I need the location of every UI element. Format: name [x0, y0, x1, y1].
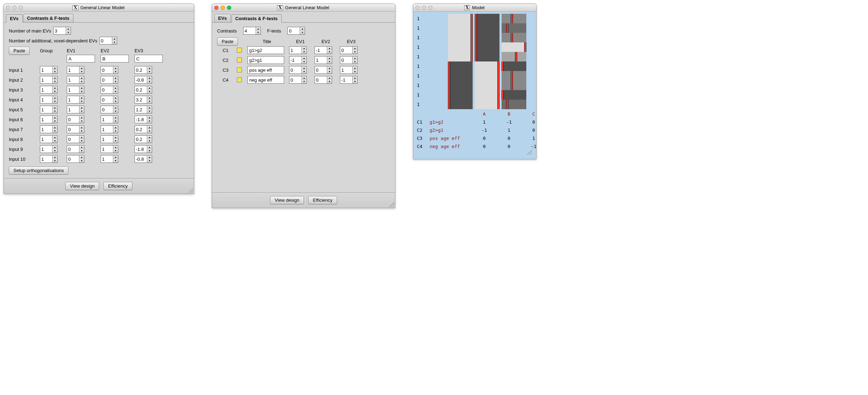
group-spin-6[interactable]: ▲▼ [40, 125, 58, 133]
ftests-count-input[interactable] [288, 27, 300, 34]
spin-down-icon[interactable]: ▼ [147, 129, 152, 133]
c0-ev3-input[interactable] [340, 47, 352, 54]
c3-ev1-input[interactable] [289, 76, 301, 83]
spin-down-icon[interactable]: ▼ [302, 50, 306, 54]
ev1-spin-9[interactable]: ▲▼ [67, 155, 84, 163]
resize-grip-icon[interactable] [188, 188, 193, 193]
spin-down-icon[interactable]: ▼ [53, 129, 57, 133]
ev1-spin-1-input[interactable] [67, 76, 79, 83]
spin-down-icon[interactable]: ▼ [113, 149, 118, 153]
spin-up-icon[interactable]: ▲ [53, 126, 57, 129]
ev3-spin-6-input[interactable] [135, 126, 147, 133]
ev3-spin-3-input[interactable] [135, 96, 147, 103]
c1-ev3-input[interactable] [340, 57, 352, 64]
ev1-spin-5-input[interactable] [67, 116, 79, 123]
spin-down-icon[interactable]: ▼ [147, 70, 152, 73]
contrasts-count-spin[interactable]: ▲▼ [243, 27, 261, 35]
ev2-spin-7-input[interactable] [101, 136, 113, 143]
setup-orth-button[interactable]: Setup orthogonalisations [9, 166, 68, 175]
spin-down-icon[interactable]: ▼ [79, 70, 84, 73]
spin-up-icon[interactable]: ▲ [353, 47, 357, 50]
spin-up-icon[interactable]: ▲ [53, 146, 57, 149]
spin-up-icon[interactable]: ▲ [147, 106, 152, 110]
minimize-dot[interactable] [422, 6, 426, 10]
close-dot[interactable] [214, 6, 219, 10]
spin-down-icon[interactable]: ▼ [327, 60, 332, 64]
ev1-spin-8-input[interactable] [67, 146, 79, 153]
c1-ev1-input[interactable] [289, 57, 301, 64]
group-spin-4[interactable]: ▲▼ [40, 106, 58, 113]
contrast-title-input[interactable] [247, 46, 284, 54]
display-swatch[interactable] [237, 77, 242, 82]
contrast-title-input[interactable] [247, 76, 284, 84]
spin-down-icon[interactable]: ▼ [113, 80, 118, 83]
ev3-spin-4[interactable]: ▲▼ [134, 106, 152, 113]
spin-down-icon[interactable]: ▼ [113, 159, 118, 163]
ev1-spin-2[interactable]: ▲▼ [67, 86, 84, 94]
spin-down-icon[interactable]: ▼ [79, 139, 84, 143]
ev3-spin-1-input[interactable] [135, 76, 147, 83]
spin-down-icon[interactable]: ▼ [353, 50, 357, 54]
spin-down-icon[interactable]: ▼ [147, 110, 152, 113]
spin-down-icon[interactable]: ▼ [113, 90, 118, 93]
num-voxel-evs-spin[interactable]: ▲▼ [100, 37, 117, 45]
group-spin-7-input[interactable] [40, 136, 52, 143]
spin-up-icon[interactable]: ▲ [53, 66, 57, 70]
spin-down-icon[interactable]: ▼ [53, 159, 57, 163]
resize-grip-icon[interactable] [389, 202, 394, 207]
c0-ev2[interactable]: ▲▼ [315, 46, 332, 54]
ev2-spin-9-input[interactable] [101, 155, 113, 163]
group-spin-1[interactable]: ▲▼ [40, 76, 58, 84]
spin-up-icon[interactable]: ▲ [53, 96, 57, 100]
spin-down-icon[interactable]: ▼ [353, 80, 357, 83]
view-design-button[interactable]: View design [270, 196, 304, 204]
spin-up-icon[interactable]: ▲ [327, 57, 332, 60]
group-spin-3[interactable]: ▲▼ [40, 96, 58, 104]
ev3-name-input[interactable] [134, 55, 163, 63]
resize-grip-icon[interactable] [527, 150, 532, 155]
ev3-spin-4-input[interactable] [135, 106, 147, 113]
group-spin-4-input[interactable] [40, 106, 52, 113]
ev3-spin-8-input[interactable] [135, 146, 147, 153]
spin-down-icon[interactable]: ▼ [79, 90, 84, 93]
spin-up-icon[interactable]: ▲ [53, 136, 57, 139]
ev1-spin-7[interactable]: ▲▼ [67, 135, 84, 143]
spin-up-icon[interactable]: ▲ [327, 66, 332, 70]
ev2-spin-0-input[interactable] [101, 66, 113, 73]
spin-up-icon[interactable]: ▲ [327, 47, 332, 50]
efficiency-button[interactable]: Efficiency [103, 182, 132, 190]
spin-down-icon[interactable]: ▼ [53, 90, 57, 93]
c1-ev3[interactable]: ▲▼ [340, 56, 358, 64]
spin-up-icon[interactable]: ▲ [79, 116, 84, 119]
spin-up-icon[interactable]: ▲ [79, 136, 84, 139]
c3-ev1[interactable]: ▲▼ [289, 76, 307, 84]
spin-up-icon[interactable]: ▲ [147, 136, 152, 139]
ev2-spin-6-input[interactable] [101, 126, 113, 133]
display-swatch[interactable] [237, 48, 242, 53]
spin-down-icon[interactable]: ▼ [53, 110, 57, 113]
spin-down-icon[interactable]: ▼ [147, 139, 152, 143]
ev1-spin-7-input[interactable] [67, 136, 79, 143]
spin-down-icon[interactable]: ▼ [113, 70, 118, 73]
spin-down-icon[interactable]: ▼ [300, 31, 305, 34]
spin-down-icon[interactable]: ▼ [79, 110, 84, 113]
group-spin-1-input[interactable] [40, 76, 52, 83]
c2-ev3-input[interactable] [340, 66, 352, 73]
spin-up-icon[interactable]: ▲ [79, 66, 84, 70]
minimize-dot[interactable] [221, 6, 225, 10]
c3-ev2[interactable]: ▲▼ [315, 76, 332, 84]
ev3-spin-9[interactable]: ▲▼ [134, 155, 152, 163]
ev3-spin-2[interactable]: ▲▼ [134, 86, 152, 94]
ev1-spin-3-input[interactable] [67, 96, 79, 103]
spin-up-icon[interactable]: ▲ [302, 66, 306, 70]
group-spin-3-input[interactable] [40, 96, 52, 103]
ev1-spin-1[interactable]: ▲▼ [67, 76, 84, 84]
spin-down-icon[interactable]: ▼ [79, 129, 84, 133]
spin-up-icon[interactable]: ▲ [79, 106, 84, 110]
spin-up-icon[interactable]: ▲ [327, 76, 332, 80]
spin-down-icon[interactable]: ▼ [113, 100, 118, 103]
spin-down-icon[interactable]: ▼ [147, 149, 152, 153]
contrast-title-input[interactable] [247, 66, 284, 74]
spin-down-icon[interactable]: ▼ [302, 80, 306, 83]
ev2-spin-6[interactable]: ▲▼ [101, 125, 118, 133]
